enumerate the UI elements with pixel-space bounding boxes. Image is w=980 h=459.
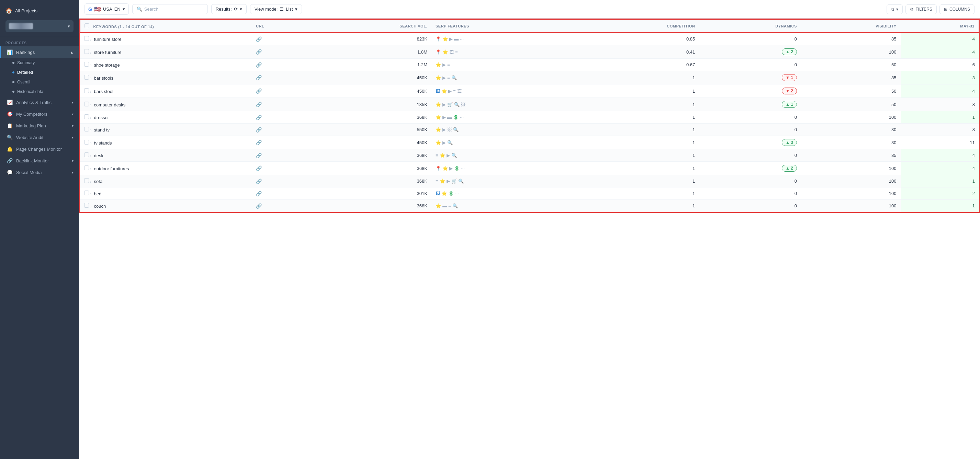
row-checkbox[interactable]: [84, 75, 89, 79]
date-val-cell: 2: [900, 187, 979, 200]
row-checkbox[interactable]: [84, 152, 89, 157]
url-link-icon[interactable]: 🔗: [256, 102, 262, 107]
row-checkbox[interactable]: [84, 102, 89, 106]
sidebar-item-social[interactable]: 💬 Social Media ▾: [0, 167, 79, 178]
expand-arrow[interactable]: ›: [90, 103, 91, 107]
col-url[interactable]: URL: [252, 19, 309, 33]
row-checkbox[interactable]: [84, 165, 89, 170]
expand-arrow[interactable]: ›: [90, 192, 91, 196]
expand-arrow[interactable]: ›: [90, 154, 91, 158]
sidebar-item-analytics[interactable]: 📈 Analytics & Traffic ▾: [0, 97, 79, 108]
copy-button[interactable]: ⧉ ▾: [886, 5, 903, 14]
expand-arrow[interactable]: ›: [90, 64, 91, 67]
serp-icon: 🔍: [458, 178, 464, 184]
expand-arrow[interactable]: ›: [90, 90, 91, 94]
expand-arrow[interactable]: ›: [90, 129, 91, 132]
row-checkbox[interactable]: [84, 140, 89, 145]
row-checkbox[interactable]: [84, 49, 89, 54]
url-link-icon[interactable]: 🔗: [256, 115, 262, 120]
url-link-icon[interactable]: 🔗: [256, 140, 262, 145]
url-link-icon[interactable]: 🔗: [256, 191, 262, 196]
row-checkbox[interactable]: [84, 36, 89, 41]
rankings-icon: 📊: [6, 49, 13, 55]
keyword-text: shoe storage: [94, 62, 120, 68]
url-link-icon[interactable]: 🔗: [256, 75, 262, 80]
date-val-cell: 6: [900, 59, 979, 71]
project-selector[interactable]: ▾: [5, 20, 73, 32]
subnav-detailed[interactable]: Detailed: [0, 68, 79, 77]
sidebar-item-audit[interactable]: 🔍 Website Audit ▾: [0, 132, 79, 143]
col-dynamics[interactable]: DYNAMICS: [699, 19, 801, 33]
url-link-icon[interactable]: 🔗: [256, 178, 262, 184]
results-icon: ⟳: [234, 6, 238, 12]
sidebar-item-backlink[interactable]: 🔗 Backlink Monitor ▾: [0, 155, 79, 167]
col-competition[interactable]: COMPETITION: [575, 19, 699, 33]
row-checkbox[interactable]: [84, 191, 89, 195]
subnav-historical[interactable]: Historical data: [0, 87, 79, 97]
serp-icon: 🔍: [454, 102, 460, 107]
subnav-summary[interactable]: Summary: [0, 58, 79, 68]
url-link-icon[interactable]: 🔗: [256, 165, 262, 171]
search-input[interactable]: 🔍 Search: [132, 4, 208, 14]
serp-icon: ▶: [442, 140, 446, 145]
col-search-vol[interactable]: SEARCH VOL.: [309, 19, 431, 33]
overall-dot: [13, 81, 14, 83]
expand-arrow[interactable]: ›: [90, 141, 91, 145]
expand-arrow[interactable]: ›: [90, 180, 91, 184]
select-all-checkbox[interactable]: [84, 23, 89, 28]
expand-arrow[interactable]: ›: [90, 38, 91, 41]
sidebar-item-page-changes[interactable]: 🔔 Page Changes Monitor: [0, 143, 79, 155]
url-link-icon[interactable]: 🔗: [256, 153, 262, 158]
url-link-icon[interactable]: 🔗: [256, 203, 262, 209]
url-link-icon[interactable]: 🔗: [256, 49, 262, 55]
expand-arrow[interactable]: ›: [90, 167, 91, 171]
marketing-icon: 📋: [6, 123, 13, 129]
keyword-text: bars stool: [94, 89, 113, 94]
list-icon: ☰: [280, 6, 284, 12]
sidebar-top: 🏠 All Projects ▾: [0, 0, 79, 37]
url-link-icon[interactable]: 🔗: [256, 62, 262, 68]
serp-icon: ⭐: [436, 62, 441, 67]
keyword-text: stand tv: [94, 127, 110, 132]
country-selector[interactable]: G 🇺🇸 USA EN ▾: [84, 3, 129, 15]
row-checkbox[interactable]: [84, 127, 89, 132]
expand-arrow[interactable]: ›: [90, 205, 91, 208]
col-visibility[interactable]: VISIBILITY: [801, 19, 900, 33]
col-date[interactable]: MAY-31: [900, 19, 979, 33]
serp-icon: 💲: [454, 166, 460, 171]
columns-button[interactable]: ⊞ COLUMNS: [939, 5, 975, 14]
results-button[interactable]: Results: ⟳ ▾: [211, 4, 247, 14]
row-checkbox[interactable]: [84, 178, 89, 183]
url-link-icon[interactable]: 🔗: [256, 127, 262, 132]
serp-icon: ⭐: [442, 166, 448, 171]
row-checkbox[interactable]: [84, 88, 89, 93]
row-checkbox[interactable]: [84, 114, 89, 119]
main-content: G 🇺🇸 USA EN ▾ 🔍 Search Results: ⟳ ▾ View…: [79, 0, 980, 459]
date-val-cell: 4: [900, 33, 979, 45]
url-link-icon[interactable]: 🔗: [256, 37, 262, 42]
project-logo: [9, 23, 33, 29]
subnav-overall[interactable]: Overall: [0, 77, 79, 87]
sidebar-item-marketing[interactable]: 📋 Marketing Plan ▾: [0, 120, 79, 132]
expand-arrow[interactable]: ›: [90, 116, 91, 120]
serp-cell: ⭐▶≡: [431, 59, 575, 71]
sidebar-item-competitors[interactable]: 🎯 My Competitors ▾: [0, 108, 79, 120]
url-link-icon[interactable]: 🔗: [256, 88, 262, 94]
view-mode-button[interactable]: View mode: ☰ List ▾: [250, 4, 302, 14]
col-keywords[interactable]: KEYWORDS (1 - 14 OUT OF 14): [80, 19, 252, 33]
all-projects-link[interactable]: 🏠 All Projects: [5, 5, 73, 17]
row-checkbox[interactable]: [84, 62, 89, 67]
overall-label: Overall: [17, 79, 30, 84]
expand-arrow[interactable]: ›: [90, 76, 91, 80]
row-checkbox[interactable]: [84, 203, 89, 208]
keyword-text: couch: [94, 203, 106, 209]
keyword-text: dresser: [94, 115, 109, 120]
sidebar-item-rankings[interactable]: 📊 Rankings ▲: [0, 46, 79, 58]
filters-button[interactable]: ⚙ FILTERS: [905, 5, 937, 14]
table-container: KEYWORDS (1 - 14 OUT OF 14) URL SEARCH V…: [79, 19, 980, 459]
expand-arrow[interactable]: ›: [90, 51, 91, 55]
dynamics-cell: 0: [699, 33, 801, 45]
col-serp[interactable]: SERP FEATURES: [431, 19, 575, 33]
visibility-cell: 50: [801, 59, 900, 71]
competition-cell: 0.67: [575, 59, 699, 71]
